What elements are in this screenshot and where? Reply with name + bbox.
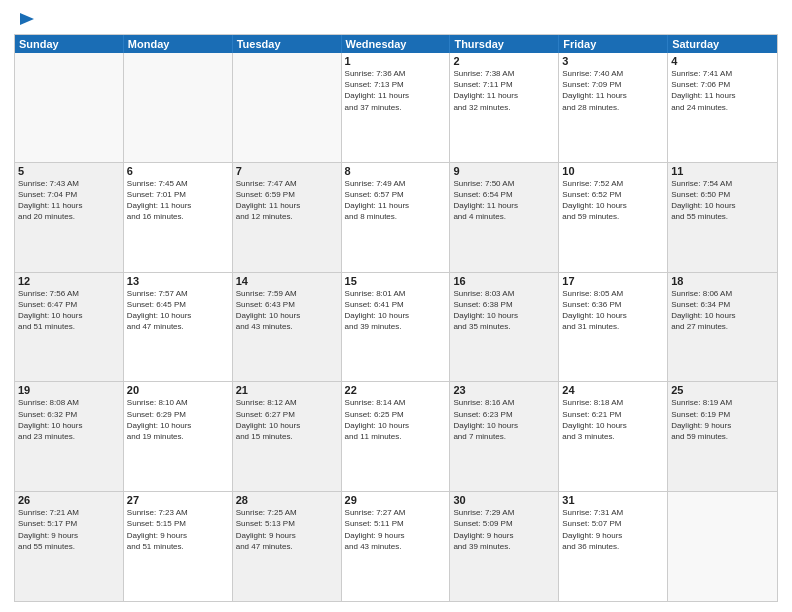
calendar-cell: 15Sunrise: 8:01 AMSunset: 6:41 PMDayligh… — [342, 273, 451, 382]
day-info: and 47 minutes. — [236, 541, 338, 552]
day-number: 1 — [345, 55, 447, 67]
day-info: Sunset: 6:41 PM — [345, 299, 447, 310]
week-row-1: 1Sunrise: 7:36 AMSunset: 7:13 PMDaylight… — [15, 53, 777, 163]
day-info: Sunset: 5:07 PM — [562, 518, 664, 529]
day-info: and 59 minutes. — [562, 211, 664, 222]
day-info: and 39 minutes. — [453, 541, 555, 552]
calendar-cell: 19Sunrise: 8:08 AMSunset: 6:32 PMDayligh… — [15, 382, 124, 491]
day-info: and 32 minutes. — [453, 102, 555, 113]
calendar-cell: 16Sunrise: 8:03 AMSunset: 6:38 PMDayligh… — [450, 273, 559, 382]
day-info: Sunset: 5:13 PM — [236, 518, 338, 529]
day-info: and 23 minutes. — [18, 431, 120, 442]
day-number: 5 — [18, 165, 120, 177]
calendar-cell: 3Sunrise: 7:40 AMSunset: 7:09 PMDaylight… — [559, 53, 668, 162]
day-info: Daylight: 9 hours — [671, 420, 774, 431]
day-info: Sunrise: 8:14 AM — [345, 397, 447, 408]
day-info: Sunrise: 7:45 AM — [127, 178, 229, 189]
col-header-thursday: Thursday — [450, 35, 559, 53]
day-number: 12 — [18, 275, 120, 287]
day-info: Daylight: 10 hours — [18, 420, 120, 431]
day-info: Sunrise: 8:18 AM — [562, 397, 664, 408]
calendar-cell: 4Sunrise: 7:41 AMSunset: 7:06 PMDaylight… — [668, 53, 777, 162]
day-number: 24 — [562, 384, 664, 396]
day-info: Sunset: 5:09 PM — [453, 518, 555, 529]
day-info: Sunrise: 8:10 AM — [127, 397, 229, 408]
day-number: 23 — [453, 384, 555, 396]
calendar: SundayMondayTuesdayWednesdayThursdayFrid… — [14, 34, 778, 602]
calendar-cell: 5Sunrise: 7:43 AMSunset: 7:04 PMDaylight… — [15, 163, 124, 272]
calendar-cell: 23Sunrise: 8:16 AMSunset: 6:23 PMDayligh… — [450, 382, 559, 491]
day-info: Sunrise: 7:21 AM — [18, 507, 120, 518]
col-header-friday: Friday — [559, 35, 668, 53]
day-info: and 35 minutes. — [453, 321, 555, 332]
calendar-cell: 14Sunrise: 7:59 AMSunset: 6:43 PMDayligh… — [233, 273, 342, 382]
day-info: and 12 minutes. — [236, 211, 338, 222]
day-info: Daylight: 11 hours — [671, 90, 774, 101]
day-info: Sunset: 6:34 PM — [671, 299, 774, 310]
logo-arrow-icon — [18, 10, 36, 28]
day-info: Daylight: 11 hours — [127, 200, 229, 211]
week-row-4: 19Sunrise: 8:08 AMSunset: 6:32 PMDayligh… — [15, 382, 777, 492]
day-info: Daylight: 10 hours — [345, 310, 447, 321]
day-info: Sunset: 7:04 PM — [18, 189, 120, 200]
day-info: Daylight: 9 hours — [453, 530, 555, 541]
day-info: and 36 minutes. — [562, 541, 664, 552]
day-number: 27 — [127, 494, 229, 506]
day-info: and 55 minutes. — [18, 541, 120, 552]
day-info: Sunset: 7:06 PM — [671, 79, 774, 90]
week-row-2: 5Sunrise: 7:43 AMSunset: 7:04 PMDaylight… — [15, 163, 777, 273]
calendar-cell: 26Sunrise: 7:21 AMSunset: 5:17 PMDayligh… — [15, 492, 124, 601]
day-number: 7 — [236, 165, 338, 177]
day-info: Sunset: 6:57 PM — [345, 189, 447, 200]
day-number: 3 — [562, 55, 664, 67]
day-info: and 16 minutes. — [127, 211, 229, 222]
calendar-cell: 27Sunrise: 7:23 AMSunset: 5:15 PMDayligh… — [124, 492, 233, 601]
day-info: Daylight: 11 hours — [18, 200, 120, 211]
day-info: and 15 minutes. — [236, 431, 338, 442]
calendar-cell — [233, 53, 342, 162]
page: SundayMondayTuesdayWednesdayThursdayFrid… — [0, 0, 792, 612]
day-number: 28 — [236, 494, 338, 506]
day-info: Sunrise: 7:47 AM — [236, 178, 338, 189]
day-info: Daylight: 10 hours — [562, 200, 664, 211]
day-info: Daylight: 10 hours — [345, 420, 447, 431]
day-info: Sunrise: 7:41 AM — [671, 68, 774, 79]
day-info: and 24 minutes. — [671, 102, 774, 113]
day-info: Sunrise: 8:06 AM — [671, 288, 774, 299]
day-info: Sunrise: 7:36 AM — [345, 68, 447, 79]
day-info: Sunset: 6:43 PM — [236, 299, 338, 310]
day-info: Sunset: 6:59 PM — [236, 189, 338, 200]
day-info: Daylight: 11 hours — [453, 200, 555, 211]
day-info: and 37 minutes. — [345, 102, 447, 113]
day-number: 25 — [671, 384, 774, 396]
calendar-cell: 25Sunrise: 8:19 AMSunset: 6:19 PMDayligh… — [668, 382, 777, 491]
day-info: Sunset: 6:19 PM — [671, 409, 774, 420]
day-info: Daylight: 10 hours — [453, 420, 555, 431]
day-info: Sunset: 7:09 PM — [562, 79, 664, 90]
day-info: Daylight: 11 hours — [345, 90, 447, 101]
day-number: 15 — [345, 275, 447, 287]
col-header-sunday: Sunday — [15, 35, 124, 53]
day-info: Sunrise: 7:23 AM — [127, 507, 229, 518]
day-info: Daylight: 11 hours — [236, 200, 338, 211]
col-header-monday: Monday — [124, 35, 233, 53]
day-info: and 43 minutes. — [345, 541, 447, 552]
calendar-cell: 22Sunrise: 8:14 AMSunset: 6:25 PMDayligh… — [342, 382, 451, 491]
day-info: Sunrise: 8:12 AM — [236, 397, 338, 408]
day-number: 13 — [127, 275, 229, 287]
calendar-cell: 31Sunrise: 7:31 AMSunset: 5:07 PMDayligh… — [559, 492, 668, 601]
day-info: Sunrise: 7:25 AM — [236, 507, 338, 518]
week-row-3: 12Sunrise: 7:56 AMSunset: 6:47 PMDayligh… — [15, 273, 777, 383]
day-info: Sunrise: 7:52 AM — [562, 178, 664, 189]
calendar-cell: 13Sunrise: 7:57 AMSunset: 6:45 PMDayligh… — [124, 273, 233, 382]
day-number: 30 — [453, 494, 555, 506]
day-info: Sunrise: 7:27 AM — [345, 507, 447, 518]
day-number: 21 — [236, 384, 338, 396]
day-info: Sunset: 6:47 PM — [18, 299, 120, 310]
logo — [14, 10, 36, 28]
week-row-5: 26Sunrise: 7:21 AMSunset: 5:17 PMDayligh… — [15, 492, 777, 601]
day-number: 22 — [345, 384, 447, 396]
col-header-wednesday: Wednesday — [342, 35, 451, 53]
calendar-cell: 20Sunrise: 8:10 AMSunset: 6:29 PMDayligh… — [124, 382, 233, 491]
day-info: Daylight: 11 hours — [345, 200, 447, 211]
